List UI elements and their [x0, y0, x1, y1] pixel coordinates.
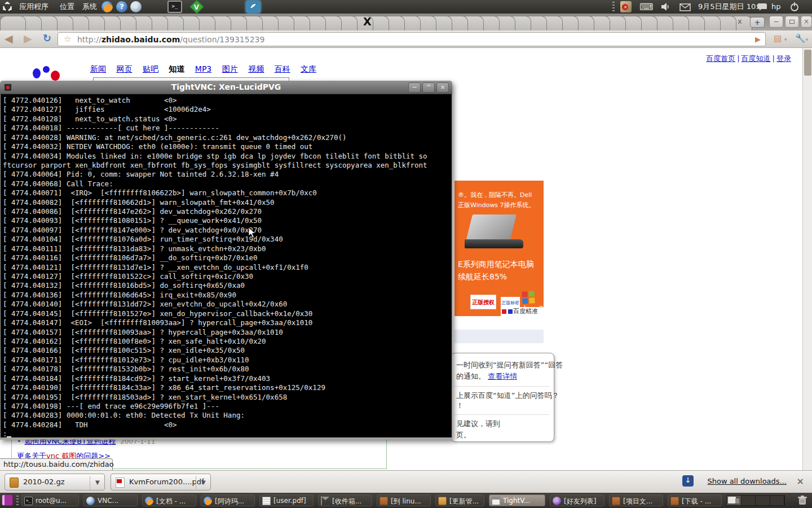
taskbar-handle[interactable]: [16, 496, 19, 505]
ad-line4: 续航延长85%: [458, 272, 507, 282]
menu-system[interactable]: 系统: [79, 0, 100, 14]
task-label: [好友列表]: [564, 497, 596, 506]
link-login[interactable]: 登录: [776, 54, 791, 63]
nav-mp3[interactable]: MP3: [195, 64, 211, 73]
kernel-trace-output: [ 4772.040126] next_to_watch <0> [ 4772.…: [1, 94, 452, 437]
taskbar: >_root@u...VNC...[文档 - ...[阿诗玛...[user.p…: [0, 493, 812, 508]
menu-places[interactable]: 位置: [56, 0, 78, 14]
ad-line2: 正版Windows 7操作系统。: [458, 201, 535, 209]
purple-app-icon[interactable]: [2, 494, 13, 506]
scrollbar-thumb[interactable]: [804, 50, 811, 76]
keyboard-indicator-icon[interactable]: ⌨: [639, 1, 651, 12]
wrench-menu-icon[interactable]: 🔧▾: [795, 33, 808, 43]
vnc-close-button[interactable]: ×: [436, 82, 449, 93]
task-button-3[interactable]: [文档 - ...: [142, 494, 196, 506]
nav-zhidao-active[interactable]: 知道: [169, 64, 184, 73]
task-button-9[interactable]: TightV...: [489, 494, 545, 506]
dell-ad-banner[interactable]: ®。我在，阻隔不再。Dell 正版Windows 7操作系统。 E系列商用笔记本…: [454, 181, 544, 316]
window-close-button[interactable]: ×: [801, 16, 812, 28]
page-menu-icon[interactable]: ▤ ▾: [774, 33, 787, 43]
vnc-console-view[interactable]: [ 4772.040126] next_to_watch <0> [ 4772.…: [1, 94, 452, 437]
user-menu[interactable]: hp: [771, 0, 781, 14]
trash-icon[interactable]: [797, 495, 807, 508]
task-button-11[interactable]: [项目文...: [609, 494, 663, 506]
downloads-icon: ↓: [682, 475, 694, 487]
ubuntu-logo-icon[interactable]: [2, 1, 13, 12]
nav-news[interactable]: 新闻: [90, 64, 106, 73]
windows-logo-icon: [522, 291, 535, 304]
document-icon: [262, 497, 271, 505]
mail-indicator-icon[interactable]: [679, 3, 691, 14]
workspace-4[interactable]: [770, 496, 785, 505]
task-button-1[interactable]: >_root@u...: [21, 494, 79, 506]
page-scrollbar[interactable]: [802, 48, 812, 470]
download-item-gz[interactable]: 2010-02.gz ▼: [5, 474, 105, 491]
genuine-license-badge: 正版授权: [470, 295, 496, 309]
volume-icon[interactable]: [661, 2, 672, 14]
firefox-launcher-icon[interactable]: [102, 1, 113, 12]
nav-web[interactable]: 网页: [116, 64, 132, 73]
menu-applications[interactable]: 应用程序: [16, 0, 52, 14]
task-button-2[interactable]: VNC...: [83, 494, 138, 506]
link-baidu-zhidao[interactable]: 百度知道: [742, 54, 771, 63]
workspace-2[interactable]: [742, 496, 756, 505]
task-button-7[interactable]: [到 linu...: [377, 494, 431, 506]
notice-line3: 上展示百度“知道”上的问答吗？: [456, 391, 559, 401]
workspace-3[interactable]: [756, 496, 770, 505]
task-button-5[interactable]: [user.pdf]: [259, 494, 314, 506]
view-details-link[interactable]: 查看详情: [488, 372, 517, 380]
tab-close-icon[interactable]: x: [738, 17, 742, 25]
power-icon[interactable]: [789, 2, 801, 13]
vim-launcher-icon[interactable]: V: [189, 0, 204, 14]
update-icon: [438, 497, 447, 505]
window-restore-button[interactable]: [785, 16, 799, 28]
tray-handle[interactable]: [612, 2, 615, 12]
nav-wenku[interactable]: 文库: [301, 64, 316, 73]
nav-tieba[interactable]: 贴吧: [143, 64, 158, 73]
link-baidu-home[interactable]: 百度首页: [706, 54, 735, 63]
help-icon[interactable]: ?: [116, 1, 127, 12]
ad-line1: ®。我在，阻隔不再。Dell: [458, 191, 532, 199]
bookmark-star-icon[interactable]: ☆: [64, 34, 71, 44]
show-all-downloads-link[interactable]: Show all downloads...: [707, 477, 787, 485]
terminal-launcher-icon[interactable]: >_: [167, 1, 182, 13]
active-tab-favicon-icon[interactable]: X: [363, 15, 374, 28]
task-label: [到 linu...: [391, 497, 421, 506]
nav-baike[interactable]: 百科: [275, 64, 290, 73]
task-button-6[interactable]: [收件箱...: [318, 494, 372, 506]
new-tab-button[interactable]: +: [750, 17, 765, 28]
browser-tab-strip[interactable]: X x + − ×: [0, 14, 812, 30]
back-button[interactable]: ◀: [5, 32, 13, 45]
chat-status-icon[interactable]: [757, 3, 768, 14]
task-button-12[interactable]: [下载 - ...: [668, 494, 722, 506]
browser-tab[interactable]: [0, 16, 26, 30]
vnc-titlebar[interactable]: TightVNC: Xen-LucidPVG − ^ ×: [0, 81, 452, 94]
nav-video[interactable]: 视频: [248, 64, 264, 73]
browser-toolbar: ◀ ▶ ↻ ☆ http://zhidao.baidu.com/question…: [0, 30, 812, 48]
tightvnc-window[interactable]: TightVNC: Xen-LucidPVG − ^ × [ 4772.0401…: [0, 81, 452, 440]
task-label: root@u...: [36, 497, 67, 505]
download-menu-caret[interactable]: ▼: [201, 479, 206, 485]
download-bar-close-icon[interactable]: ×: [797, 476, 804, 487]
vnc-minimize-button[interactable]: −: [408, 82, 421, 93]
nav-image[interactable]: 图片: [222, 64, 238, 73]
mail-icon: [321, 496, 322, 505]
browser-launcher-icon[interactable]: [130, 1, 142, 12]
window-minimize-button[interactable]: −: [769, 16, 783, 28]
workspace-switcher[interactable]: [726, 495, 785, 506]
url-bar[interactable]: ☆ http://zhidao.baidu.com/question/13931…: [58, 32, 766, 46]
task-button-10[interactable]: [好友列表]: [550, 494, 604, 506]
task-button-4[interactable]: [阿诗玛...: [201, 494, 255, 506]
forward-button[interactable]: ▶: [24, 32, 32, 45]
reload-button[interactable]: ↻: [43, 32, 51, 44]
workspace-1[interactable]: [727, 496, 742, 505]
download-item-pdf[interactable]: KvmForum200....pdf ▼: [111, 474, 211, 491]
go-button[interactable]: ▶: [755, 35, 761, 43]
sidebar-section-bar: [454, 330, 544, 343]
update-notifier-icon[interactable]: ×: [620, 1, 632, 12]
vnc-maximize-button[interactable]: ^: [422, 82, 435, 93]
task-button-8[interactable]: [更新管...: [435, 494, 484, 506]
download-menu-caret[interactable]: ▼: [95, 479, 100, 485]
wireshark-launcher-icon[interactable]: [246, 1, 261, 13]
url-text[interactable]: http://zhidao.baidu.com/question/1393152…: [77, 35, 264, 44]
